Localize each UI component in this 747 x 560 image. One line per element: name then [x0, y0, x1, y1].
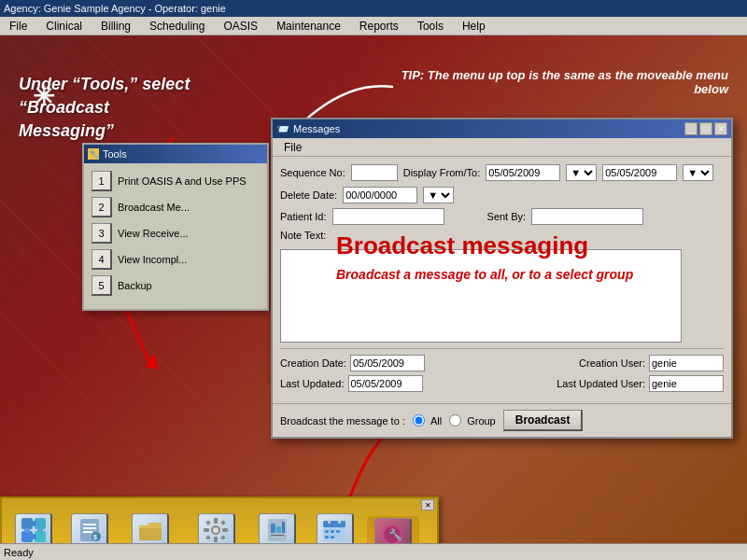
messages-titlebar: 📨 Messages _ □ ✕: [273, 119, 731, 138]
svg-rect-14: [83, 527, 96, 529]
radio-all-label: All: [430, 415, 442, 427]
display-to-input[interactable]: [602, 164, 677, 181]
radio-group-label: Group: [467, 415, 496, 427]
radio-group-group: Group: [449, 414, 496, 427]
delete-date-label: Delete Date:: [280, 189, 337, 201]
note-text-input[interactable]: [280, 249, 682, 343]
svg-rect-13: [83, 524, 96, 525]
svg-point-10: [31, 534, 36, 539]
tool-btn-2[interactable]: 2: [92, 197, 112, 217]
title-text: Agency: Genie Sample Agency - Operator: …: [4, 3, 226, 14]
broadcast-subtext: Broadcast a message to all, or to a sele…: [336, 267, 633, 282]
display-from-dropdown[interactable]: ▼: [566, 164, 597, 181]
svg-rect-25: [222, 528, 228, 532]
list-item: 1 Print OASIS A and Use PPS: [92, 171, 260, 191]
broadcast-button[interactable]: Broadcast: [503, 410, 584, 431]
delete-date-input[interactable]: [343, 187, 417, 203]
tool-btn-4[interactable]: 4: [92, 249, 112, 270]
tool-btn-1[interactable]: 1: [92, 171, 112, 191]
broadcast-label: Broadcast the message to :: [280, 415, 405, 427]
list-item: 3 View Receive...: [92, 223, 260, 244]
menu-scheduling[interactable]: Scheduling: [146, 20, 208, 33]
tool-label-4: View Incompl...: [118, 254, 187, 265]
menu-maintenance[interactable]: Maintenance: [273, 20, 345, 33]
divider: [280, 348, 724, 349]
svg-rect-15: [83, 531, 92, 533]
svg-rect-19: [139, 525, 162, 528]
sequence-no-input[interactable]: [351, 164, 398, 181]
title-bar: Agency: Genie Sample Agency - Operator: …: [0, 0, 747, 17]
patient-id-input[interactable]: [332, 208, 444, 225]
menu-oasis[interactable]: OASIS: [219, 20, 261, 33]
tools-window: 🔧 Tools 1 Print OASIS A and Use PPS 2 Br…: [82, 143, 269, 311]
gear-icon: [198, 513, 235, 547]
last-updated-input[interactable]: [348, 375, 423, 392]
creation-user-input[interactable]: [649, 355, 724, 371]
svg-rect-32: [276, 526, 281, 533]
display-to-dropdown[interactable]: ▼: [683, 164, 713, 181]
maximize-button[interactable]: □: [699, 122, 712, 135]
folder-icon: [132, 513, 169, 547]
taskbar-close-button[interactable]: ✕: [421, 499, 434, 511]
menu-clinical[interactable]: Clinical: [42, 20, 86, 33]
svg-rect-31: [271, 524, 275, 533]
menu-help[interactable]: Help: [458, 20, 489, 33]
menu-bar: File Clinical Billing Scheduling OASIS M…: [0, 17, 747, 35]
sent-by-input[interactable]: [531, 208, 643, 225]
svg-rect-36: [323, 521, 345, 527]
delete-date-dropdown[interactable]: ▼: [423, 187, 454, 203]
list-item: 4 View Incompl...: [92, 249, 260, 270]
reports-icon: [259, 513, 296, 547]
list-item: 2 Broadcast Me...: [92, 197, 260, 217]
svg-rect-33: [282, 522, 285, 533]
sequence-row: Sequence No: Display From/To: ▼ ▼ Delete…: [280, 164, 724, 203]
svg-rect-37: [328, 519, 331, 524]
last-updated-label: Last Updated:: [280, 378, 345, 389]
puzzle-icon: [15, 513, 52, 547]
last-updated-user-input[interactable]: [649, 375, 724, 392]
menu-tools[interactable]: Tools: [414, 20, 447, 33]
menu-file[interactable]: File: [6, 20, 31, 33]
radio-group-all: All: [413, 414, 442, 427]
tool-label-3: View Receive...: [118, 228, 189, 239]
last-updated-user-label: Last Updated User:: [557, 378, 645, 389]
window-controls: _ □ ✕: [684, 122, 727, 135]
tool-btn-3[interactable]: 3: [92, 223, 112, 244]
tool-btn-5[interactable]: 5: [92, 275, 112, 296]
svg-point-9: [37, 527, 43, 533]
last-updated-row: Last Updated: Last Updated User:: [280, 375, 724, 392]
radio-all[interactable]: [413, 414, 425, 427]
svg-rect-28: [205, 535, 211, 540]
svg-point-21: [213, 527, 218, 533]
svg-rect-34: [271, 535, 284, 536]
patient-row: Patient Id: Sent By:: [280, 208, 724, 225]
sequence-no-label: Sequence No:: [280, 167, 345, 178]
svg-rect-42: [325, 536, 329, 539]
svg-rect-40: [331, 530, 334, 533]
main-background: ✳ Under “Tools,” select “Broadcast Messa…: [0, 35, 747, 560]
tool-label-2: Broadcast Me...: [118, 202, 190, 213]
svg-point-8: [31, 521, 36, 526]
menu-reports[interactable]: Reports: [356, 20, 402, 33]
tools-window-title: Tools: [103, 148, 127, 160]
close-button[interactable]: ✕: [714, 122, 727, 135]
billing-icon: $: [71, 513, 108, 547]
creation-user-label: Creation User:: [579, 357, 645, 369]
svg-rect-22: [214, 518, 218, 524]
creation-row: Creation Date: Creation User:: [280, 355, 724, 371]
radio-group-input[interactable]: [449, 414, 461, 427]
menu-billing[interactable]: Billing: [97, 20, 134, 33]
display-from-input[interactable]: [486, 164, 560, 181]
messages-footer: Broadcast the message to : All Group Bro…: [273, 403, 731, 437]
messages-menu-file[interactable]: File: [280, 141, 305, 154]
tools-titlebar: 🔧 Tools: [84, 145, 267, 163]
broadcast-row: Broadcast the message to : All Group Bro…: [280, 410, 724, 431]
creation-date-label: Creation Date:: [280, 357, 346, 369]
minimize-button[interactable]: _: [684, 122, 698, 135]
taskbar-titlebar: ✕: [2, 498, 437, 511]
creation-date-input[interactable]: [350, 355, 425, 371]
svg-rect-23: [214, 537, 218, 542]
broadcast-heading: Broadcast messaging: [336, 231, 588, 260]
status-bar: Ready: [0, 543, 747, 560]
svg-rect-27: [220, 520, 226, 525]
